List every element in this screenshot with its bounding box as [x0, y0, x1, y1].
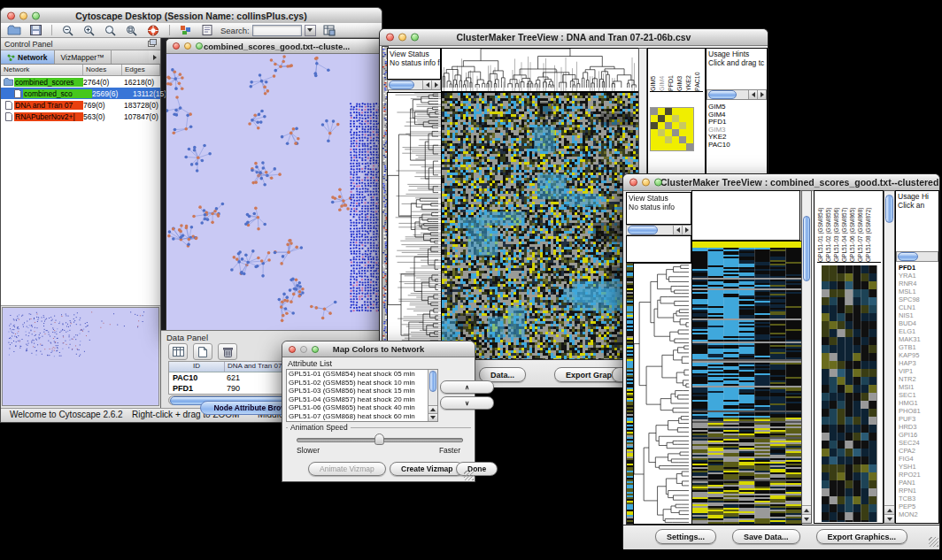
usage-hints-scrollbar[interactable] — [706, 89, 767, 100]
row-dendrogram[interactable] — [387, 92, 443, 361]
gene-list-item[interactable]: PAN1 — [899, 479, 921, 487]
gene-list-item[interactable]: MON2 — [899, 510, 921, 518]
close-icon[interactable] — [289, 346, 296, 353]
annotation-icon[interactable] — [199, 24, 215, 36]
minimize-icon[interactable] — [642, 179, 650, 187]
save-data--button[interactable]: Save Data... — [732, 529, 800, 544]
gene-list-item[interactable]: FIG4 — [899, 455, 921, 463]
search-input[interactable] — [252, 25, 302, 36]
cluster-heatmap[interactable] — [691, 241, 802, 525]
done-button[interactable]: Done — [456, 462, 498, 476]
gene-list-item[interactable]: SEC1 — [899, 391, 921, 399]
attribute-list-item[interactable]: GPL51-02 (GSM855) heat shock 10 min — [287, 379, 437, 387]
scroll-up-button[interactable] — [884, 505, 894, 514]
move-up-button[interactable]: ∧ — [440, 380, 494, 394]
gene-list-item[interactable]: CLN1 — [899, 303, 921, 311]
close-icon[interactable] — [173, 42, 180, 50]
open-folder-icon[interactable] — [6, 24, 22, 36]
network-list-row[interactable]: combined_sco2569(6)13112(15) — [1, 88, 160, 99]
dialog-title-bar[interactable]: Map Colors to Network — [282, 341, 475, 357]
gene-list-item[interactable]: YSH1 — [899, 463, 921, 471]
move-down-button[interactable]: ∨ — [440, 396, 494, 410]
gene-list-item[interactable]: YRA1 — [899, 272, 921, 280]
gene-list-item[interactable]: VIP1 — [899, 367, 921, 375]
network-list-row[interactable]: RNAPuberNov2+|563(0)107847(0) — [1, 111, 160, 122]
gene-list-item[interactable]: PAC10 — [708, 142, 730, 150]
gene-list-item[interactable]: ELG1 — [899, 327, 921, 335]
view-status-scrollbar[interactable] — [626, 225, 691, 235]
scrollbar-thumb[interactable] — [628, 226, 658, 234]
zoom-vertical-scrollbar[interactable] — [884, 190, 895, 524]
zoom-in-icon[interactable] — [81, 24, 97, 36]
scroll-right-button[interactable] — [431, 81, 440, 89]
scrollbar-thumb[interactable] — [708, 90, 737, 99]
scroll-right-button[interactable] — [682, 226, 691, 234]
scroll-down-button[interactable] — [802, 514, 811, 523]
attribute-list-item[interactable]: GPL51-03 (GSM856) heat shock 15 min — [287, 387, 437, 395]
close-icon[interactable] — [386, 34, 394, 42]
scroll-down-button[interactable] — [884, 514, 894, 523]
resize-grip[interactable] — [929, 537, 938, 547]
zoom-window-icon[interactable] — [32, 12, 40, 19]
main-title-bar[interactable]: Cytoscape Desktop (Session Name: collins… — [1, 8, 382, 24]
network-window-title-bar[interactable]: combined_scores_good.txt--cluste... — [166, 39, 382, 54]
network-overview-thumbnail[interactable] — [2, 307, 159, 406]
minimize-icon[interactable] — [19, 12, 27, 19]
select-attributes-icon[interactable] — [168, 343, 188, 360]
scroll-down-button[interactable] — [429, 413, 437, 421]
tab-network[interactable]: Network — [1, 50, 55, 64]
scroll-left-button[interactable] — [748, 90, 757, 99]
scroll-left-button[interactable] — [673, 226, 682, 234]
search-dropdown-button[interactable] — [305, 25, 316, 36]
column-header-id[interactable]: ID — [169, 362, 225, 372]
gene-list-item[interactable]: HAP3 — [899, 359, 921, 367]
gene-list-item[interactable]: KAP95 — [899, 351, 921, 359]
treeview1-title-bar[interactable]: ClusterMaker TreeView : DNA and Tran 07-… — [380, 29, 768, 46]
column-dendrogram[interactable] — [441, 48, 639, 92]
gene-list-item[interactable]: RPO21 — [899, 471, 921, 479]
scrollbar-thumb[interactable] — [898, 252, 918, 261]
gene-list-item[interactable]: NTR2 — [899, 375, 921, 383]
heatmap-vertical-scrollbar[interactable] — [801, 190, 812, 524]
view-status-scrollbar[interactable] — [387, 80, 441, 90]
network-view-canvas[interactable] — [166, 54, 382, 330]
gene-list-item[interactable]: PUF3 — [899, 415, 921, 423]
row-dendrogram[interactable] — [633, 263, 693, 525]
gene-list-item[interactable]: GTB1 — [899, 343, 921, 351]
gene-list-item[interactable]: HRD3 — [899, 423, 921, 431]
gene-list-item[interactable]: BUD4 — [899, 319, 921, 327]
attribute-list-item[interactable]: GPL51-07 (GSM868) heat shock 60 min — [287, 412, 437, 421]
treeview2-title-bar[interactable]: ClusterMaker TreeView : combined_scores_… — [623, 174, 939, 191]
zoom-window-icon[interactable] — [196, 42, 203, 50]
attribute-list-item[interactable]: GPL51-01 (GSM854) heat shock 05 min — [287, 370, 437, 379]
gene-list-item[interactable]: CPA2 — [899, 447, 921, 455]
attribute-list-item[interactable]: GPL51-04 (GSM857) heat shock 20 min — [287, 395, 437, 404]
help-lifering-icon[interactable] — [145, 24, 161, 36]
gene-list-item[interactable]: HMG1 — [899, 399, 921, 407]
gene-list-item[interactable]: MSL1 — [899, 288, 921, 295]
scroll-left-button[interactable] — [422, 81, 431, 89]
tab-overflow-button[interactable] — [149, 50, 160, 64]
network-list-row[interactable]: combined_scores2764(0)16218(0) — [1, 76, 160, 88]
gene-list-item[interactable]: PHO81 — [899, 407, 921, 415]
scroll-up-button[interactable] — [802, 505, 811, 514]
zoom-window-icon[interactable] — [312, 346, 319, 353]
gene-list-item[interactable]: SPC98 — [899, 295, 921, 303]
zoom-fit-icon[interactable] — [124, 24, 140, 36]
zoom-window-icon[interactable] — [654, 179, 662, 187]
animate-vizmap-button[interactable]: Animate Vizmap — [308, 462, 386, 476]
settings--button[interactable]: Settings... — [655, 529, 716, 544]
gene-list-item[interactable]: NIS1 — [899, 311, 921, 319]
attribute-list-item[interactable]: GPL51-06 (GSM865) heat shock 40 min — [287, 403, 437, 412]
attribute-browser-icon[interactable] — [321, 24, 337, 36]
minimize-icon[interactable] — [398, 34, 406, 42]
gene-list-item[interactable]: PFD1 — [899, 264, 921, 272]
column-header-edges[interactable]: Edges — [122, 65, 160, 75]
scroll-up-button[interactable] — [429, 405, 437, 413]
gene-list-item[interactable]: MSI1 — [899, 383, 921, 391]
scroll-right-button[interactable] — [757, 90, 766, 99]
gene-list-item[interactable]: RNR4 — [899, 280, 921, 288]
resize-grip[interactable] — [464, 471, 474, 480]
delete-attribute-trash-icon[interactable] — [218, 343, 237, 360]
tab-vizmapper[interactable]: VizMapper™ — [55, 50, 112, 64]
